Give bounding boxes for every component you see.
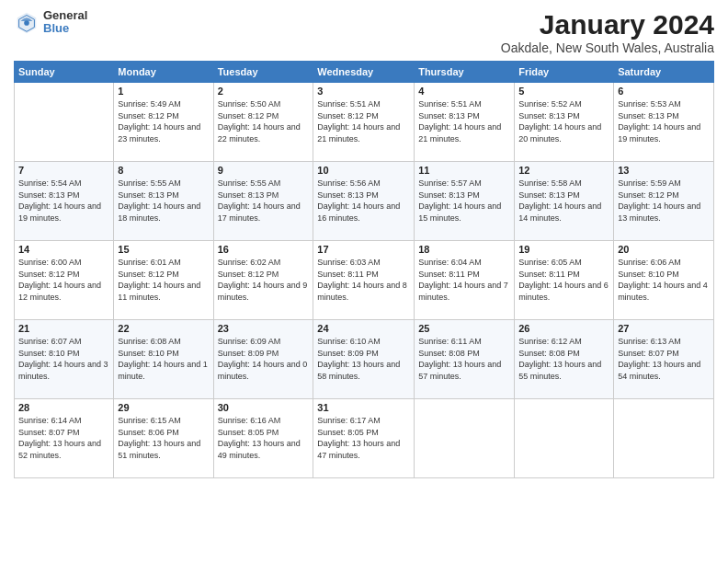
day-info: Sunrise: 5:57 AMSunset: 8:13 PMDaylight:… [418,178,501,223]
day-number: 13 [618,165,710,176]
calendar-cell: 16 Sunrise: 6:02 AMSunset: 8:12 PMDaylig… [213,241,313,320]
day-info: Sunrise: 5:51 AMSunset: 8:13 PMDaylight:… [418,99,501,144]
calendar-cell: 29 Sunrise: 6:15 AMSunset: 8:06 PMDaylig… [114,399,213,478]
day-number: 23 [218,323,310,334]
day-number: 7 [18,165,109,176]
day-number: 26 [518,323,609,334]
calendar-cell: 17 Sunrise: 6:03 AMSunset: 8:11 PMDaylig… [313,241,415,320]
day-info: Sunrise: 6:11 AMSunset: 8:08 PMDaylight:… [418,337,501,381]
day-number: 25 [418,323,510,334]
day-info: Sunrise: 5:52 AMSunset: 8:13 PMDaylight:… [518,99,601,144]
logo: General Blue [14,9,87,36]
day-number: 11 [418,165,510,176]
day-info: Sunrise: 6:03 AMSunset: 8:11 PMDaylight:… [317,258,407,302]
col-wednesday: Wednesday [313,62,415,83]
header: General Blue January 2024 Oakdale, New S… [14,9,714,55]
day-number: 22 [118,323,209,334]
main-title: January 2024 [501,9,714,40]
day-number: 4 [418,86,510,97]
day-number: 29 [118,402,209,413]
calendar-cell: 30 Sunrise: 6:16 AMSunset: 8:05 PMDaylig… [213,399,313,478]
calendar-cell: 24 Sunrise: 6:10 AMSunset: 8:09 PMDaylig… [313,320,415,399]
day-number: 6 [618,86,710,97]
calendar-cell: 27 Sunrise: 6:13 AMSunset: 8:07 PMDaylig… [614,320,714,399]
svg-point-2 [24,20,29,26]
day-number: 24 [317,323,410,334]
day-info: Sunrise: 5:49 AMSunset: 8:12 PMDaylight:… [118,99,200,144]
calendar-cell: 26 Sunrise: 6:12 AMSunset: 8:08 PMDaylig… [515,320,614,399]
day-info: Sunrise: 6:13 AMSunset: 8:07 PMDaylight:… [618,337,700,381]
day-number: 1 [118,86,209,97]
calendar-cell: 8 Sunrise: 5:55 AMSunset: 8:13 PMDayligh… [114,162,213,241]
day-number: 10 [317,165,410,176]
calendar-cell: 3 Sunrise: 5:51 AMSunset: 8:12 PMDayligh… [313,83,415,162]
week-row-4: 21 Sunrise: 6:07 AMSunset: 8:10 PMDaylig… [15,320,714,399]
day-info: Sunrise: 6:08 AMSunset: 8:10 PMDaylight:… [118,337,208,381]
day-number: 19 [518,244,609,255]
calendar-cell: 11 Sunrise: 5:57 AMSunset: 8:13 PMDaylig… [415,162,515,241]
day-info: Sunrise: 6:15 AMSunset: 8:06 PMDaylight:… [118,416,200,460]
calendar-cell: 14 Sunrise: 6:00 AMSunset: 8:12 PMDaylig… [15,241,114,320]
calendar-cell: 31 Sunrise: 6:17 AMSunset: 8:05 PMDaylig… [313,399,415,478]
calendar-cell: 22 Sunrise: 6:08 AMSunset: 8:10 PMDaylig… [114,320,213,399]
day-number: 2 [218,86,310,97]
day-number: 21 [18,323,109,334]
day-info: Sunrise: 6:07 AMSunset: 8:10 PMDaylight:… [18,337,108,381]
calendar-cell [15,83,114,162]
col-tuesday: Tuesday [213,62,313,83]
day-info: Sunrise: 6:12 AMSunset: 8:08 PMDaylight:… [518,337,601,381]
calendar-cell: 25 Sunrise: 6:11 AMSunset: 8:08 PMDaylig… [415,320,515,399]
header-row: Sunday Monday Tuesday Wednesday Thursday… [15,62,714,83]
page: General Blue January 2024 Oakdale, New S… [0,0,728,563]
day-number: 28 [18,402,109,413]
day-info: Sunrise: 5:58 AMSunset: 8:13 PMDaylight:… [518,178,601,223]
calendar-cell: 1 Sunrise: 5:49 AMSunset: 8:12 PMDayligh… [114,83,213,162]
calendar-cell: 19 Sunrise: 6:05 AMSunset: 8:11 PMDaylig… [515,241,614,320]
logo-icon [14,9,40,35]
day-number: 5 [518,86,609,97]
day-info: Sunrise: 6:14 AMSunset: 8:07 PMDaylight:… [18,416,101,460]
day-number: 17 [317,244,410,255]
day-info: Sunrise: 6:17 AMSunset: 8:05 PMDaylight:… [317,416,400,460]
title-area: January 2024 Oakdale, New South Wales, A… [501,9,714,55]
col-monday: Monday [114,62,213,83]
calendar-cell: 4 Sunrise: 5:51 AMSunset: 8:13 PMDayligh… [415,83,515,162]
day-info: Sunrise: 6:09 AMSunset: 8:09 PMDaylight:… [218,337,308,381]
day-number: 18 [418,244,510,255]
day-info: Sunrise: 6:00 AMSunset: 8:12 PMDaylight:… [18,258,101,302]
day-info: Sunrise: 5:51 AMSunset: 8:12 PMDaylight:… [317,99,400,144]
calendar-cell: 13 Sunrise: 5:59 AMSunset: 8:12 PMDaylig… [614,162,714,241]
day-number: 8 [118,165,209,176]
day-number: 14 [18,244,109,255]
calendar-cell: 21 Sunrise: 6:07 AMSunset: 8:10 PMDaylig… [15,320,114,399]
calendar-cell: 18 Sunrise: 6:04 AMSunset: 8:11 PMDaylig… [415,241,515,320]
logo-text: General Blue [43,9,87,36]
day-info: Sunrise: 6:02 AMSunset: 8:12 PMDaylight:… [218,258,308,302]
week-row-3: 14 Sunrise: 6:00 AMSunset: 8:12 PMDaylig… [15,241,714,320]
day-info: Sunrise: 6:05 AMSunset: 8:11 PMDaylight:… [518,258,609,302]
day-info: Sunrise: 6:04 AMSunset: 8:11 PMDaylight:… [418,258,508,302]
calendar-cell: 5 Sunrise: 5:52 AMSunset: 8:13 PMDayligh… [515,83,614,162]
day-number: 12 [518,165,609,176]
day-number: 9 [218,165,310,176]
day-info: Sunrise: 5:54 AMSunset: 8:13 PMDaylight:… [18,178,101,223]
day-info: Sunrise: 6:16 AMSunset: 8:05 PMDaylight:… [218,416,301,460]
day-number: 30 [218,402,310,413]
calendar-cell: 10 Sunrise: 5:56 AMSunset: 8:13 PMDaylig… [313,162,415,241]
col-saturday: Saturday [614,62,714,83]
day-number: 31 [317,402,410,413]
day-info: Sunrise: 5:53 AMSunset: 8:13 PMDaylight:… [618,99,700,144]
col-sunday: Sunday [15,62,114,83]
calendar-cell [415,399,515,478]
day-info: Sunrise: 5:55 AMSunset: 8:13 PMDaylight:… [118,178,200,223]
calendar-cell: 7 Sunrise: 5:54 AMSunset: 8:13 PMDayligh… [15,162,114,241]
calendar-cell: 9 Sunrise: 5:55 AMSunset: 8:13 PMDayligh… [213,162,313,241]
day-info: Sunrise: 6:01 AMSunset: 8:12 PMDaylight:… [118,258,200,302]
week-row-5: 28 Sunrise: 6:14 AMSunset: 8:07 PMDaylig… [15,399,714,478]
logo-blue: Blue [43,22,87,35]
calendar-cell: 2 Sunrise: 5:50 AMSunset: 8:12 PMDayligh… [213,83,313,162]
day-info: Sunrise: 6:10 AMSunset: 8:09 PMDaylight:… [317,337,400,381]
logo-general: General [43,9,87,22]
calendar-cell: 28 Sunrise: 6:14 AMSunset: 8:07 PMDaylig… [15,399,114,478]
day-number: 20 [618,244,710,255]
